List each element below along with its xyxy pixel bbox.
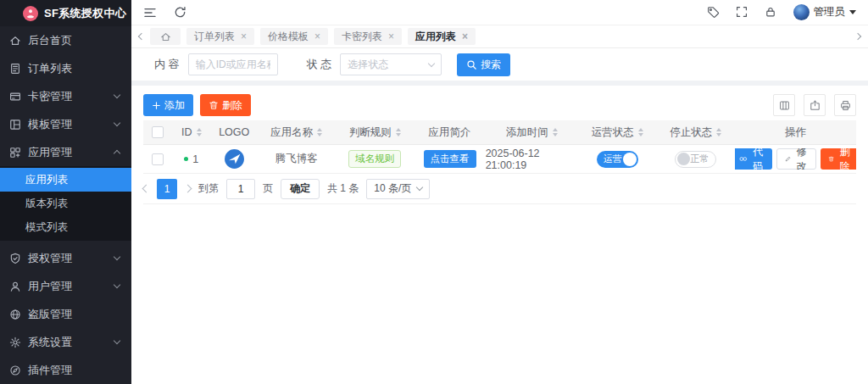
sort-icon[interactable]: [396, 128, 401, 136]
header-rule[interactable]: 判断规则: [336, 125, 415, 140]
sidebar-item-home[interactable]: 后台首页: [0, 26, 131, 54]
code-button[interactable]: 代码: [735, 148, 772, 170]
delete-row-button[interactable]: 删除: [821, 148, 855, 170]
lock-icon[interactable]: [765, 6, 778, 19]
sidebar-item-label: 模板管理: [28, 117, 72, 132]
brand-logo-icon: [23, 6, 38, 21]
sidebar-item-users[interactable]: 用户管理: [0, 272, 131, 300]
main-area: 管理员 订单列表 × 价格模板 × 卡密列表 × 应用列表: [131, 0, 868, 384]
refresh-icon[interactable]: [174, 6, 187, 19]
edit-button[interactable]: 修改: [776, 148, 816, 170]
delete-button[interactable]: 删除: [200, 94, 251, 116]
app-window: SF系统授权中心 后台首页 订单列表 卡密管理 模板管理 应用管理: [0, 0, 868, 384]
header-name[interactable]: 应用名称: [258, 125, 337, 140]
subitem-label: 版本列表: [25, 197, 68, 211]
stop-status-toggle[interactable]: 正常: [675, 151, 716, 168]
search-button-label: 搜索: [481, 58, 501, 72]
row-rule: 域名规则: [336, 150, 415, 168]
sidebar-item-piracy[interactable]: 盗版管理: [0, 300, 131, 328]
chevron-down-icon: [114, 337, 120, 344]
sidebar-subitem-mode-list[interactable]: 模式列表: [0, 215, 131, 239]
sidebar-item-plugins[interactable]: 插件管理: [0, 356, 131, 384]
content-search-input[interactable]: [188, 53, 278, 75]
status-select[interactable]: 选择状态: [340, 53, 442, 75]
sort-icon[interactable]: [197, 128, 202, 136]
sidebar-item-orders[interactable]: 订单列表: [0, 54, 131, 82]
close-icon[interactable]: ×: [388, 31, 394, 42]
chevron-down-icon: [114, 92, 120, 98]
view-intro-button[interactable]: 点击查看: [424, 150, 476, 168]
sidebar-item-templates[interactable]: 模板管理: [0, 110, 131, 138]
fullscreen-icon[interactable]: [736, 6, 749, 19]
tab-order-list[interactable]: 订单列表 ×: [186, 28, 254, 45]
close-icon[interactable]: ×: [462, 31, 468, 42]
sidebar-item-apps[interactable]: 应用管理: [0, 138, 131, 166]
header-time[interactable]: 添加时间: [486, 125, 578, 140]
tab-bar: 订单列表 × 价格模板 × 卡密列表 × 应用列表 ×: [131, 25, 868, 48]
tabs-scroll-left-icon[interactable]: [138, 33, 145, 40]
export-icon[interactable]: [804, 94, 826, 116]
user-menu[interactable]: 管理员: [793, 4, 857, 20]
tab-price-template[interactable]: 价格模板 ×: [260, 28, 328, 45]
confirm-page-button[interactable]: 确定: [281, 179, 320, 199]
tag-icon[interactable]: [707, 6, 721, 19]
sidebar-header: SF系统授权中心: [0, 0, 131, 26]
sidebar-item-settings[interactable]: 系统设置: [0, 328, 131, 356]
sort-icon[interactable]: [638, 128, 643, 136]
add-button-label: 添加: [164, 98, 185, 113]
print-icon[interactable]: [834, 94, 856, 116]
sidebar-item-label: 盗版管理: [28, 307, 72, 322]
row-checkbox[interactable]: [152, 153, 164, 165]
columns-icon[interactable]: [773, 94, 795, 116]
tabs-scroll-right-icon[interactable]: [854, 33, 861, 40]
shield-icon: [9, 253, 21, 264]
gear-icon: [9, 337, 21, 348]
app-logo-icon: [224, 148, 245, 170]
header-stop-status[interactable]: 停止状态: [656, 125, 735, 140]
trash-icon: [209, 100, 219, 110]
chevron-down-icon: [114, 281, 120, 288]
user-icon: [9, 281, 21, 292]
sidebar-item-label: 系统设置: [28, 335, 72, 350]
row-app-name: 腾飞博客: [258, 152, 337, 166]
total-count: 共 1 条: [327, 181, 359, 196]
delete-button-label: 删除: [222, 98, 242, 113]
subitem-label: 模式列表: [25, 220, 68, 235]
sort-icon[interactable]: [716, 128, 721, 136]
tab-home[interactable]: [150, 28, 181, 45]
content-label: 内 容: [154, 57, 180, 72]
tab-card-list[interactable]: 卡密列表 ×: [334, 28, 402, 45]
run-status-toggle[interactable]: 运营: [597, 151, 638, 168]
next-page-icon[interactable]: [184, 185, 192, 193]
search-button[interactable]: 搜索: [457, 53, 510, 76]
add-button[interactable]: 添加: [143, 94, 193, 116]
status-select-placeholder: 选择状态: [348, 58, 388, 72]
collapse-menu-icon[interactable]: [143, 6, 157, 19]
sidebar-item-authorization[interactable]: 授权管理: [0, 244, 131, 272]
link-icon: [739, 155, 748, 163]
sort-icon[interactable]: [553, 128, 558, 136]
close-icon[interactable]: ×: [314, 31, 320, 42]
sidebar-subitem-version-list[interactable]: 版本列表: [0, 192, 131, 215]
page-number[interactable]: 1: [157, 179, 177, 199]
plugin-icon: [9, 365, 21, 376]
page-unit-label: 页: [263, 181, 273, 196]
tab-app-list[interactable]: 应用列表 ×: [408, 28, 476, 45]
template-icon: [9, 119, 21, 131]
search-icon: [466, 59, 477, 70]
row-stop-status: 正常: [656, 151, 735, 168]
prev-page-icon[interactable]: [142, 185, 151, 193]
sidebar-item-cards[interactable]: 卡密管理: [0, 82, 131, 110]
sidebar-item-label: 订单列表: [28, 61, 72, 76]
chevron-down-icon: [114, 253, 120, 260]
close-icon[interactable]: ×: [241, 31, 247, 42]
sidebar-subitem-app-list[interactable]: 应用列表: [0, 168, 131, 192]
header-id[interactable]: ID: [172, 126, 211, 138]
sort-icon[interactable]: [317, 128, 322, 136]
header-run-status[interactable]: 运营状态: [578, 125, 657, 140]
sidebar-item-label: 插件管理: [28, 363, 72, 378]
select-all-checkbox[interactable]: [152, 126, 164, 138]
tab-label: 订单列表: [194, 30, 235, 44]
goto-page-input[interactable]: [226, 179, 255, 199]
per-page-select[interactable]: 10 条/页: [366, 179, 430, 199]
